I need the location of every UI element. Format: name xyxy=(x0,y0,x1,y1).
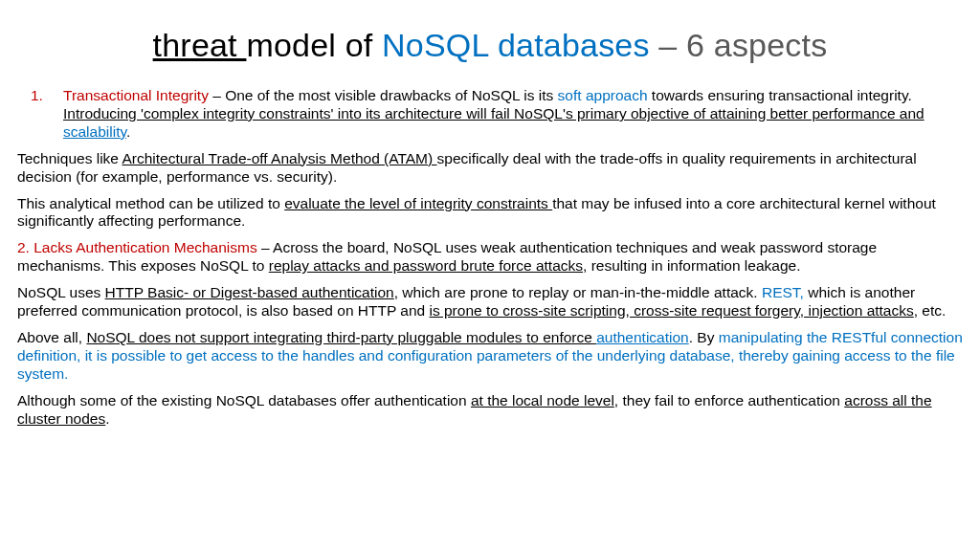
scalability-link: scalability xyxy=(63,123,126,140)
http-basic: HTTP Basic- or Digest-based authenticati… xyxy=(105,284,394,300)
title-nosql: NoSQL databases xyxy=(382,27,658,63)
local-node: at the local node level xyxy=(471,392,614,408)
title-model: model of xyxy=(246,27,382,63)
item-1: 1. Transactional Integrity – One of the … xyxy=(17,87,963,150)
item-2-lead: 2. Lacks Authentication Mechanisms xyxy=(17,239,261,255)
item-1-lead: Transactional Integrity xyxy=(63,87,212,103)
atam-term: Architectural Trade-off Analysis Method … xyxy=(122,150,436,166)
item-2: 2. Lacks Authentication Mechanisms – Acr… xyxy=(17,239,963,276)
para-local-node: Although some of the existing NoSQL data… xyxy=(17,392,963,429)
para-atam: Techniques like Architectural Trade-off … xyxy=(17,150,963,187)
rest-term: REST, xyxy=(762,284,808,300)
cross-site: is prone to cross-site scripting, cross-… xyxy=(430,302,914,319)
slide-title: threat model of NoSQL databases – 6 aspe… xyxy=(17,27,963,64)
title-aspects: – 6 aspects xyxy=(658,27,827,63)
soft-approach: soft approach xyxy=(558,87,652,103)
para-http: NoSQL uses HTTP Basic- or Digest-based a… xyxy=(17,284,963,320)
slide-content: 1. Transactional Integrity – One of the … xyxy=(17,87,963,429)
para-analytical: This analytical method can be utilized t… xyxy=(17,195,963,231)
replay-attacks: replay attacks and password brute force … xyxy=(269,257,583,274)
item-1-body: Transactional Integrity – One of the mos… xyxy=(63,87,963,142)
para-thirdparty: Above all, NoSQL does not support integr… xyxy=(17,329,963,384)
authentication-link: authentication xyxy=(596,329,689,345)
title-threat: threat xyxy=(153,27,247,63)
item-1-number: 1. xyxy=(17,87,63,150)
